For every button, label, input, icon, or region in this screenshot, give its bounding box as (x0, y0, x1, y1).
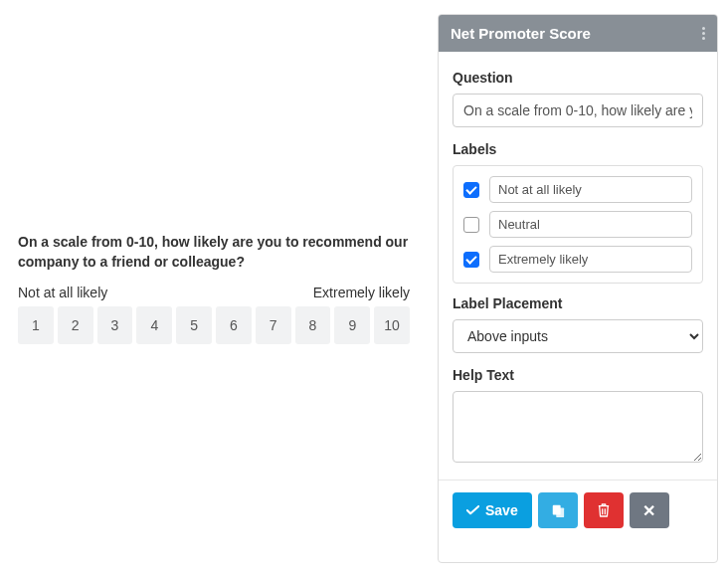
labels-heading: Labels (453, 141, 703, 157)
delete-button[interactable] (584, 492, 624, 528)
scale-button-7[interactable]: 7 (256, 306, 291, 344)
close-icon: ✕ (642, 501, 655, 520)
labels-box (453, 165, 703, 284)
label-text-input[interactable] (489, 246, 692, 273)
question-label: Question (453, 70, 703, 86)
copy-button[interactable] (538, 492, 578, 528)
preview-label-high: Extremely likely (313, 285, 410, 300)
label-checkbox[interactable] (463, 252, 479, 268)
preview-label-low: Not at all likely (18, 285, 107, 300)
divider (439, 480, 717, 481)
scale-button-9[interactable]: 9 (334, 306, 370, 344)
scale-button-10[interactable]: 10 (374, 306, 410, 344)
save-label: Save (485, 502, 518, 518)
question-input[interactable] (453, 94, 703, 127)
check-icon (466, 505, 479, 515)
trash-icon (598, 503, 610, 517)
nps-preview: On a scale from 0-10, how likely are you… (0, 0, 428, 577)
panel-header: Net Promoter Score (439, 15, 717, 52)
actions-row: Save ✕ (453, 492, 703, 528)
scale-button-2[interactable]: 2 (58, 306, 93, 344)
menu-dots-icon[interactable] (702, 27, 705, 40)
preview-labels-row: Not at all likely Extremely likely (18, 285, 410, 300)
close-button[interactable]: ✕ (630, 492, 669, 528)
placement-select[interactable]: Above inputs (453, 319, 703, 353)
preview-question: On a scale from 0-10, how likely are you… (18, 233, 410, 272)
preview-scale: 12345678910 (18, 306, 410, 344)
placement-label: Label Placement (453, 295, 703, 311)
scale-button-8[interactable]: 8 (295, 306, 331, 344)
panel-title: Net Promoter Score (451, 25, 591, 42)
scale-button-5[interactable]: 5 (176, 306, 212, 344)
panel-body: Question Labels Label Placement Above in… (439, 52, 717, 562)
scale-button-1[interactable]: 1 (18, 306, 54, 344)
save-button[interactable]: Save (453, 492, 532, 528)
helptext-textarea[interactable] (453, 391, 703, 463)
copy-icon (551, 503, 565, 517)
settings-panel: Net Promoter Score Question Labels Label… (438, 14, 718, 563)
label-text-input[interactable] (489, 211, 692, 238)
label-checkbox[interactable] (463, 217, 479, 233)
scale-button-4[interactable]: 4 (136, 306, 172, 344)
label-text-input[interactable] (489, 176, 692, 203)
helptext-label: Help Text (453, 367, 703, 383)
label-row (463, 211, 692, 238)
svg-rect-1 (556, 507, 564, 517)
scale-button-6[interactable]: 6 (216, 306, 252, 344)
scale-button-3[interactable]: 3 (97, 306, 133, 344)
label-checkbox[interactable] (463, 182, 479, 198)
label-row (463, 246, 692, 273)
label-row (463, 176, 692, 203)
